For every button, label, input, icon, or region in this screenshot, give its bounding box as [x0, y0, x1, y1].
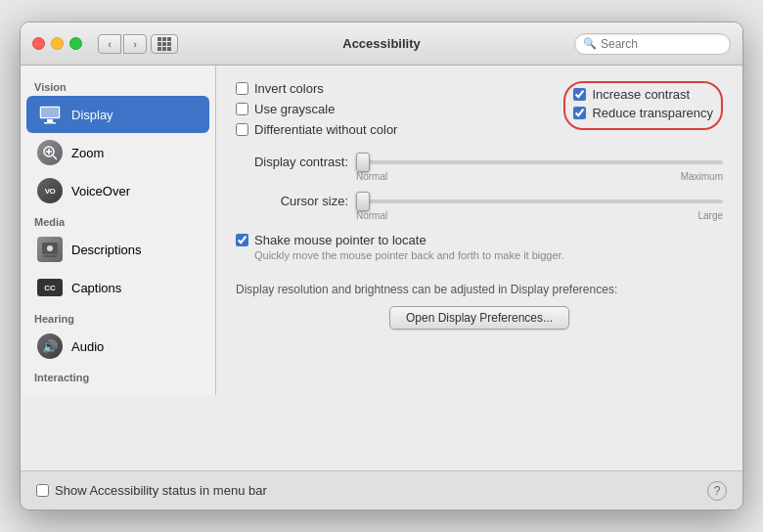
grayscale-checkbox[interactable] [236, 103, 248, 115]
shake-row: Shake mouse pointer to locate [236, 233, 723, 247]
right-panel: Invert colors Use grayscale Differentiat… [216, 66, 742, 470]
increase-contrast-row: Increase contrast [573, 87, 713, 102]
search-icon: 🔍 [583, 37, 597, 50]
titlebar: ‹ › Accessibility 🔍 [21, 22, 742, 66]
display-contrast-minmax: Normal Maximum [356, 171, 723, 182]
bottom-bar: Show Accessibility status in menu bar ? [21, 470, 742, 510]
back-button[interactable]: ‹ [98, 34, 121, 54]
maximize-button[interactable] [69, 37, 82, 50]
help-button[interactable]: ? [707, 481, 727, 501]
sidebar-section-hearing: Hearing [21, 307, 215, 327]
sidebar-item-captions-label: Captions [71, 281, 121, 295]
display-prefs-text: Display resolution and brightness can be… [236, 283, 723, 296]
sidebar-item-descriptions-label: Descriptions [71, 243, 142, 257]
open-display-prefs-button[interactable]: Open Display Preferences... [389, 306, 569, 330]
options-top-row: Invert colors Use grayscale Differentiat… [236, 81, 723, 143]
sidebar-item-audio[interactable]: 🔊 Audio [26, 328, 209, 365]
highlight-container: Increase contrast Reduce transparency [563, 81, 723, 130]
differentiate-row: Differentiate without color [236, 122, 563, 137]
sidebar-item-voiceover-label: VoiceOver [71, 184, 130, 199]
grid-icon [157, 37, 171, 51]
highlighted-options: Increase contrast Reduce transparency [573, 87, 713, 120]
svg-rect-2 [47, 119, 53, 122]
grayscale-row: Use grayscale [236, 102, 563, 116]
highlight-circle: Increase contrast Reduce transparency [563, 81, 723, 130]
cursor-size-slider[interactable] [356, 200, 723, 203]
shake-section: Shake mouse pointer to locate Quickly mo… [236, 233, 723, 261]
differentiate-label[interactable]: Differentiate without color [254, 122, 397, 137]
sidebar-item-display-label: Display [71, 108, 113, 122]
sidebar-item-zoom-label: Zoom [71, 146, 104, 160]
window-title: Accessibility [342, 36, 421, 51]
menu-bar-checkbox-row: Show Accessibility status in menu bar [36, 483, 267, 498]
captions-icon: CC [36, 274, 64, 301]
nav-buttons: ‹ › [98, 34, 147, 54]
display-contrast-min: Normal [356, 171, 387, 182]
svg-rect-1 [41, 108, 59, 117]
reduce-transparency-checkbox[interactable] [573, 107, 586, 119]
cursor-size-minmax: Normal Large [356, 210, 723, 221]
display-contrast-row: Display contrast: [236, 155, 723, 169]
reduce-transparency-row: Reduce transparency [573, 106, 713, 120]
cursor-size-label: Cursor size: [236, 194, 348, 208]
svg-rect-3 [44, 122, 56, 124]
audio-icon: 🔊 [36, 332, 64, 360]
close-button[interactable] [32, 37, 45, 50]
left-checkboxes: Invert colors Use grayscale Differentiat… [236, 81, 563, 143]
invert-colors-label[interactable]: Invert colors [254, 81, 324, 96]
increase-contrast-label[interactable]: Increase contrast [592, 87, 690, 102]
shake-label[interactable]: Shake mouse pointer to locate [254, 233, 426, 247]
svg-line-5 [53, 155, 57, 159]
traffic-lights [32, 37, 82, 50]
sidebar-section-interacting: Interacting [21, 366, 215, 385]
search-box[interactable]: 🔍 [574, 33, 731, 55]
display-contrast-max: Maximum [681, 171, 723, 182]
increase-contrast-checkbox[interactable] [573, 88, 586, 101]
shake-checkbox[interactable] [236, 234, 248, 246]
sidebar-section-vision: Vision [21, 75, 215, 95]
grayscale-label[interactable]: Use grayscale [254, 102, 335, 116]
display-contrast-slider[interactable] [356, 160, 723, 164]
cursor-size-min: Normal [356, 210, 387, 221]
cursor-size-max: Large [697, 210, 723, 221]
invert-colors-row: Invert colors [236, 81, 563, 96]
descriptions-icon [36, 236, 64, 263]
sidebar-section-media: Media [21, 210, 215, 230]
sidebar-item-display[interactable]: Display [26, 96, 209, 133]
minimize-button[interactable] [51, 37, 64, 50]
svg-point-9 [47, 245, 53, 251]
display-icon [36, 101, 64, 128]
display-contrast-label: Display contrast: [236, 155, 348, 169]
sidebar-wrapper: Vision Display [21, 66, 216, 470]
sidebar-item-audio-label: Audio [71, 339, 104, 354]
sidebar: Vision Display [21, 66, 216, 395]
accessibility-window: ‹ › Accessibility 🔍 Vision [20, 22, 743, 510]
svg-rect-10 [43, 255, 57, 257]
grid-view-button[interactable] [151, 34, 178, 54]
menu-bar-label[interactable]: Show Accessibility status in menu bar [55, 483, 267, 498]
differentiate-checkbox[interactable] [236, 123, 248, 136]
voiceover-icon: VO [36, 177, 64, 204]
shake-description: Quickly move the mouse pointer back and … [254, 249, 723, 261]
forward-button[interactable]: › [123, 34, 147, 54]
zoom-icon [36, 139, 64, 166]
cursor-size-section: Cursor size: Normal Large [236, 194, 723, 221]
sidebar-item-captions[interactable]: CC Captions [26, 269, 209, 306]
cursor-size-row: Cursor size: [236, 194, 723, 208]
menu-bar-checkbox[interactable] [36, 484, 49, 497]
display-prefs-section: Display resolution and brightness can be… [236, 273, 723, 330]
main-content: Vision Display [21, 66, 742, 470]
reduce-transparency-label[interactable]: Reduce transparency [592, 106, 713, 120]
sidebar-item-voiceover[interactable]: VO VoiceOver [26, 172, 209, 209]
sidebar-item-descriptions[interactable]: Descriptions [26, 231, 209, 268]
sidebar-item-zoom[interactable]: Zoom [26, 134, 209, 171]
search-input[interactable] [601, 37, 722, 51]
display-contrast-section: Display contrast: Normal Maximum [236, 155, 723, 182]
invert-colors-checkbox[interactable] [236, 82, 248, 95]
